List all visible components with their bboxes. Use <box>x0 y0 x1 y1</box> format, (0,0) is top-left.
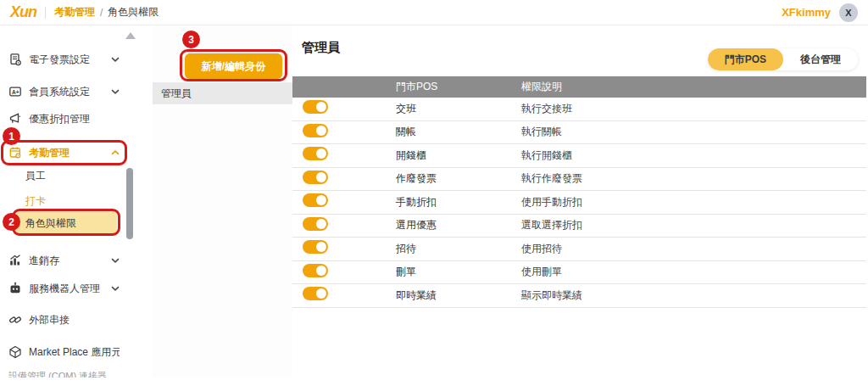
permission-name: 刪單 <box>396 265 521 279</box>
sidebar-item-service-robot-management[interactable]: 服務機器人管理 <box>8 278 120 299</box>
permission-toggle-on[interactable] <box>303 124 328 137</box>
sidebar-item-label: 設備管理 (COM) 連接器 <box>8 370 120 378</box>
sidebar-item-attendance-management[interactable]: 考勤管理 <box>8 143 120 163</box>
roles-list: 管理員 <box>153 82 292 104</box>
permission-description: 執行作廢發票 <box>521 171 866 186</box>
permission-description: 執行關帳 <box>521 125 866 139</box>
sidebar-item-roles-permissions[interactable]: 角色與權限 <box>15 212 117 234</box>
sidebar-item-employees[interactable]: 員工 <box>25 165 120 186</box>
toggle-cell <box>292 240 396 257</box>
breadcrumb-separator: / <box>100 7 103 19</box>
permission-toggle-on[interactable] <box>303 240 328 254</box>
sidebar-item-label: 角色與權限 <box>25 216 117 231</box>
permission-description: 使用手動折扣 <box>521 195 866 210</box>
app-window: Xun 考勤管理 / 角色與權限 XFkimmy X 電子發票設定A+會員系統設… <box>0 0 868 386</box>
app-logo[interactable]: Xun <box>10 3 36 21</box>
permission-row: 交班執行交接班 <box>292 98 866 121</box>
permission-toggle-on[interactable] <box>303 100 328 114</box>
page-title: 管理員 <box>302 40 340 56</box>
toggle-cell <box>292 193 396 210</box>
permission-toggle-on[interactable] <box>303 193 328 207</box>
inventory-icon <box>8 254 22 267</box>
table-header-row: 門市POS 權限說明 <box>292 76 866 98</box>
table-header-desc-col: 權限說明 <box>521 80 866 94</box>
toggle-cell <box>292 217 396 234</box>
permission-name: 關帳 <box>396 125 521 139</box>
discount-icon <box>8 112 22 126</box>
scrollbar-up-arrow[interactable] <box>125 32 136 39</box>
logo-divider <box>45 7 46 19</box>
svg-text:A+: A+ <box>12 89 19 95</box>
permission-row: 即時業績顯示即時業績 <box>292 284 866 308</box>
robot-icon <box>8 282 22 295</box>
breadcrumb-page: 角色與權限 <box>108 5 159 20</box>
chevron-down-icon <box>111 89 120 94</box>
permission-name: 即時業績 <box>396 288 521 303</box>
sidebar-item-clock-in[interactable]: 打卡 <box>25 191 120 211</box>
sidebar-item-label: Market Place 應用元件 <box>29 345 120 360</box>
permissions-table: 門市POS 權限說明 交班執行交接班關帳執行關帳開錢櫃執行開錢櫃作廢發票執行作廢… <box>292 76 866 308</box>
breadcrumb-section[interactable]: 考勤管理 <box>54 5 95 20</box>
add-edit-role-button[interactable]: 新增/編輯身份 <box>185 53 282 79</box>
chevron-down-icon <box>111 57 120 62</box>
permission-description: 使用招待 <box>521 242 866 256</box>
mode-tab-inactive[interactable]: 後台管理 <box>783 48 858 70</box>
permission-description: 執行交接班 <box>521 102 866 116</box>
invoice-icon <box>8 53 22 66</box>
sidebar-item-discount-management[interactable]: 優惠折扣管理 <box>8 109 120 129</box>
permission-description: 選取選擇折扣 <box>521 218 866 232</box>
permission-row: 作廢發票執行作廢發票 <box>292 168 866 192</box>
cube-icon <box>8 345 22 359</box>
sidebar-item-label: 會員系統設定 <box>29 85 108 99</box>
permission-toggle-on[interactable] <box>303 264 328 277</box>
permission-toggle-on[interactable] <box>303 171 328 184</box>
toggle-cell <box>292 124 396 141</box>
member-icon: A+ <box>8 85 22 98</box>
permission-toggle-on[interactable] <box>303 147 328 160</box>
sidebar-item-label: 服務機器人管理 <box>29 282 108 296</box>
sidebar-item-external-integration[interactable]: 外部串接 <box>8 310 120 330</box>
roles-panel: 新增/編輯身份 管理員 <box>153 25 292 378</box>
table-body: 交班執行交接班關帳執行關帳開錢櫃執行開錢櫃作廢發票執行作廢發票手動折扣使用手動折… <box>292 98 866 308</box>
main-content: 管理員 門市POS後台管理 門市POS 權限說明 交班執行交接班關帳執行關帳開錢… <box>292 25 868 386</box>
sidebar-item-member-system-settings[interactable]: A+會員系統設定 <box>8 81 120 102</box>
permission-name: 交班 <box>396 102 521 116</box>
sidebar-item-label: 打卡 <box>25 194 120 209</box>
sidebar-item-partial-item[interactable]: 設備管理 (COM) 連接器 <box>8 366 120 378</box>
permission-toggle-on[interactable] <box>303 287 328 300</box>
permission-toggle-on[interactable] <box>303 217 328 231</box>
attendance-icon <box>8 146 22 159</box>
sidebar-item-inventory[interactable]: 進銷存 <box>8 250 120 271</box>
toggle-cell <box>292 287 396 304</box>
sidebar-item-label: 電子發票設定 <box>29 53 108 67</box>
top-bar: Xun 考勤管理 / 角色與權限 XFkimmy X <box>0 0 868 25</box>
scrollbar-thumb[interactable] <box>126 168 133 239</box>
permission-row: 關帳執行關帳 <box>292 121 866 145</box>
mode-tab-active[interactable]: 門市POS <box>708 48 783 70</box>
sidebar-nav: 電子發票設定A+會員系統設定優惠折扣管理考勤管理員工打卡角色與權限進銷存服務機器… <box>0 25 140 378</box>
sidebar-item-market-place[interactable]: Market Place 應用元件 <box>8 342 120 362</box>
permission-row: 招待使用招待 <box>292 238 866 261</box>
permission-description: 顯示即時業績 <box>521 288 866 303</box>
sidebar-item-label: 員工 <box>25 169 120 183</box>
role-list-item[interactable]: 管理員 <box>153 82 292 104</box>
toggle-cell <box>292 264 396 281</box>
permission-name: 招待 <box>396 242 521 256</box>
breadcrumb: 考勤管理 / 角色與權限 <box>54 5 159 20</box>
toggle-cell <box>292 147 396 164</box>
link-icon <box>8 313 22 327</box>
sidebar-item-e-invoice-settings[interactable]: 電子發票設定 <box>8 49 120 70</box>
sidebar-item-label: 外部串接 <box>29 313 120 327</box>
avatar[interactable]: X <box>839 3 858 22</box>
chevron-down-icon <box>111 286 120 291</box>
permission-row: 選用優惠選取選擇折扣 <box>292 215 866 238</box>
username-label[interactable]: XFkimmy <box>782 6 831 19</box>
sidebar-item-label: 進銷存 <box>29 254 108 268</box>
permission-description: 執行開錢櫃 <box>521 148 866 163</box>
sidebar-item-label: 考勤管理 <box>29 146 108 160</box>
permission-name: 選用優惠 <box>396 218 521 232</box>
sidebar-item-label: 優惠折扣管理 <box>29 112 120 126</box>
permission-name: 作廢發票 <box>396 171 521 186</box>
permission-row: 開錢櫃執行開錢櫃 <box>292 144 866 168</box>
table-header-name-col: 門市POS <box>396 80 521 94</box>
